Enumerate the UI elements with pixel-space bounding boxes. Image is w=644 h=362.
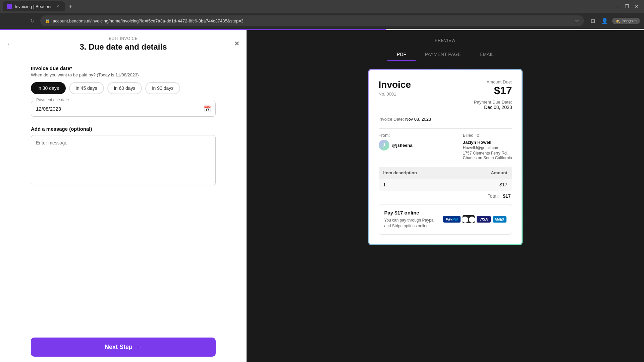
tab-payment-page[interactable]: PAYMENT PAGE	[416, 48, 470, 61]
tab-email[interactable]: EMAIL	[470, 48, 503, 61]
invoice-avatar: J	[379, 140, 389, 150]
invoice-from-handle: @jsheena	[392, 143, 413, 148]
url-text: account.beacons.ai/invoicing/home/invoic…	[53, 18, 572, 23]
invoice-from-label: From:	[379, 133, 413, 138]
invoice-pay-left: Pay $17 online You can pay through Paypa…	[384, 210, 439, 229]
message-section: Add a message (optional)	[31, 126, 216, 187]
next-step-arrow: →	[136, 344, 142, 351]
invoice-total-amount: $17	[503, 193, 511, 199]
next-step-label: Next Step	[105, 344, 132, 351]
invoice-card: Invoice No. 0001 Amount Due: $17 Payment…	[368, 69, 523, 245]
bookmark-icon[interactable]: ☆	[575, 18, 579, 23]
tab-close-button[interactable]: ✕	[55, 4, 61, 9]
days-30-button[interactable]: in 30 days	[31, 82, 66, 94]
window-controls: — ❐ ✕	[615, 4, 641, 9]
left-panel: ← EDIT INVOICE 3. Due date and details ✕…	[0, 30, 247, 362]
browser-chrome: Invoicing | Beacons ✕ + — ❐ ✕ ← → ↻ 🔒 ac…	[0, 0, 644, 29]
next-step-button[interactable]: Next Step →	[31, 338, 216, 357]
days-45-button[interactable]: in 45 days	[69, 82, 104, 94]
active-tab[interactable]: Invoicing | Beacons ✕	[3, 1, 65, 11]
address-bar-row: ← → ↻ 🔒 account.beacons.ai/invoicing/hom…	[0, 13, 644, 29]
incognito-badge: 🕵 Incognito	[612, 18, 640, 24]
tab-title: Invoicing | Beacons	[15, 4, 53, 9]
forward-button[interactable]: →	[16, 17, 24, 25]
modal-header: ← EDIT INVOICE 3. Due date and details ✕	[0, 30, 247, 57]
invoice-dates: Invoice Date: Nov 08, 2023	[379, 117, 512, 122]
amex-icon: AMEX	[493, 216, 506, 223]
invoice-top: Invoice No. 0001 Amount Due: $17 Payment…	[379, 79, 512, 110]
invoice-billed-address: 1757 Clements Ferry Rd.	[463, 151, 512, 156]
invoice-pay-section: Pay $17 online You can pay through Paypa…	[379, 204, 512, 235]
invoice-parties: From: J @jsheena Billed To: Jazlyn Howel…	[379, 133, 512, 160]
profile-button[interactable]: 👤	[600, 16, 609, 25]
invoice-number: No. 0001	[379, 92, 411, 97]
tab-bar: Invoicing | Beacons ✕ + — ❐ ✕	[0, 0, 644, 13]
extensions-button[interactable]: ⊞	[588, 16, 597, 25]
invoice-billed: Billed To: Jazlyn Howell HowellJ@gmail.c…	[463, 133, 512, 160]
mastercard-icon: ⬤⬤	[463, 215, 475, 223]
tab-pdf[interactable]: PDF	[387, 48, 416, 61]
paypal-icon: PayPal	[443, 216, 461, 223]
message-textarea[interactable]	[31, 135, 216, 185]
invoice-payment-due-label: Payment Due Date:	[474, 100, 512, 105]
new-tab-button[interactable]: +	[66, 2, 75, 11]
invoice-from: From: J @jsheena	[379, 133, 413, 160]
invoice-title: Invoice	[379, 79, 411, 90]
reload-button[interactable]: ↻	[28, 17, 36, 25]
invoice-preview-wrapper: Invoice No. 0001 Amount Due: $17 Payment…	[257, 69, 633, 354]
invoice-date-value: Nov 08, 2023	[405, 117, 431, 122]
visa-icon: VISA	[477, 216, 491, 223]
address-bar-actions: ☆	[575, 18, 579, 23]
browser-actions: ⊞ 👤 🕵 Incognito	[588, 16, 640, 25]
calendar-icon[interactable]: 📅	[204, 105, 211, 113]
message-label: Add a message (optional)	[31, 126, 216, 132]
invoice-amount: $17	[474, 84, 512, 97]
minimize-button[interactable]: —	[615, 4, 620, 9]
invoice-items-table: Item description Amount 1 $17	[379, 167, 512, 191]
invoice-pay-icons: PayPal ⬤⬤ VISA AMEX	[443, 215, 506, 223]
date-input[interactable]	[31, 101, 216, 117]
date-input-label: Payment due date	[35, 98, 70, 102]
back-button[interactable]: ←	[4, 17, 12, 25]
tab-favicon	[7, 4, 12, 9]
lock-icon: 🔒	[45, 18, 50, 23]
invoice-billed-name: Jazlyn Howell	[463, 140, 512, 145]
due-date-label: Invoice due date*	[31, 65, 216, 71]
invoice-amount-section: Amount Due: $17 Payment Due Date: Dec 08…	[474, 79, 512, 110]
invoice-total-label: Total:	[488, 193, 499, 199]
maximize-button[interactable]: ❐	[625, 4, 629, 9]
due-date-section: Invoice due date* When do you want to be…	[31, 65, 216, 117]
modal-footer: Next Step →	[0, 332, 247, 362]
due-date-sublabel: When do you want to be paid by? (Today i…	[31, 72, 216, 77]
main-content: ← EDIT INVOICE 3. Due date and details ✕…	[0, 30, 644, 362]
invoice-divider	[379, 128, 512, 129]
modal-title: 3. Due date and details	[79, 42, 167, 52]
invoice-item-row: 1 $17	[379, 179, 512, 191]
modal-body: Invoice due date* When do you want to be…	[0, 57, 247, 332]
invoice-pay-title: Pay $17 online	[384, 210, 439, 216]
close-button[interactable]: ✕	[234, 40, 240, 48]
invoice-amount-due-label: Amount Due:	[474, 79, 512, 84]
incognito-label: Incognito	[622, 19, 637, 23]
modal-subtitle: EDIT INVOICE	[109, 36, 138, 41]
days-options: in 30 days in 45 days in 60 days in 90 d…	[31, 82, 216, 94]
invoice-from-name: J @jsheena	[379, 140, 413, 150]
invoice-billed-label: Billed To:	[463, 133, 512, 138]
preview-tabs: PDF PAYMENT PAGE EMAIL	[257, 48, 633, 61]
right-panel: PREVIEW PDF PAYMENT PAGE EMAIL Invoice N…	[247, 30, 644, 362]
invoice-pay-desc: You can pay through Paypal and Stripe op…	[384, 218, 439, 229]
item-amount: $17	[462, 179, 512, 191]
items-header-desc: Item description	[379, 167, 462, 179]
invoice-total-row: Total: $17	[379, 193, 512, 199]
invoice-billed-city: Charleston South California	[463, 156, 512, 160]
invoice-title-section: Invoice No. 0001	[379, 79, 411, 97]
invoice-date-item: Invoice Date: Nov 08, 2023	[379, 117, 431, 122]
days-90-button[interactable]: in 90 days	[145, 82, 180, 94]
items-header-amount: Amount	[462, 167, 512, 179]
date-input-group: Payment due date 📅	[31, 101, 216, 117]
item-description: 1	[379, 179, 462, 191]
back-button[interactable]: ←	[7, 40, 13, 48]
close-button[interactable]: ✕	[635, 4, 639, 9]
days-60-button[interactable]: in 60 days	[107, 82, 142, 94]
address-bar[interactable]: 🔒 account.beacons.ai/invoicing/home/invo…	[40, 15, 584, 26]
